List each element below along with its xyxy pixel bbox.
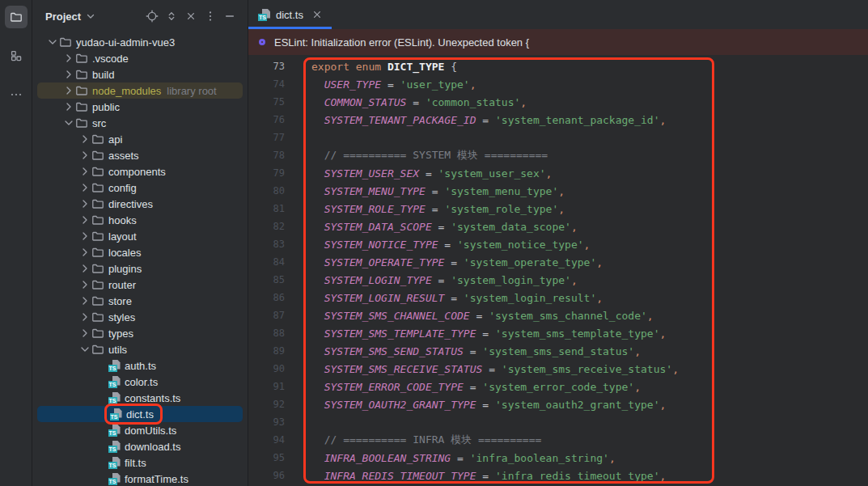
tree-item-label: utils <box>108 344 127 356</box>
tree-item-utils[interactable]: utils <box>37 341 243 357</box>
tree-item--vscode[interactable]: .vscode <box>37 50 243 66</box>
tree-item-store[interactable]: store <box>37 293 243 309</box>
line-number: 85 <box>248 274 285 285</box>
close-icon[interactable] <box>181 6 201 26</box>
tree-item-color-ts[interactable]: TScolor.ts <box>37 374 243 390</box>
code-line-78[interactable]: 78 // ========== SYSTEM 模块 ========== <box>248 146 868 164</box>
tree-item-locales[interactable]: locales <box>37 244 243 260</box>
code-line-text: SYSTEM_SMS_CHANNEL_CODE = 'system_sms_ch… <box>285 310 654 322</box>
code-line-text: export enum DICT_TYPE { <box>285 61 457 73</box>
code-line-77[interactable]: 77 <box>248 129 868 146</box>
tree-item-domutils-ts[interactable]: TSdomUtils.ts <box>37 422 243 438</box>
line-number: 94 <box>248 434 285 446</box>
code-line-92[interactable]: 92 SYSTEM_OAUTH2_GRANT_TYPE = 'system_oa… <box>248 395 868 413</box>
line-number: 79 <box>248 167 285 179</box>
line-number: 93 <box>248 416 285 428</box>
close-tab-icon[interactable] <box>311 8 324 21</box>
code-line-83[interactable]: 83 SYSTEM_NOTICE_TYPE = 'system_notice_t… <box>248 235 868 253</box>
chevron-right-icon[interactable] <box>78 327 91 340</box>
chevron-right-icon[interactable] <box>78 294 91 307</box>
tree-item-layout[interactable]: layout <box>37 228 243 244</box>
tree-item-assets[interactable]: assets <box>37 147 243 163</box>
code-line-88[interactable]: 88 SYSTEM_SMS_TEMPLATE_TYPE = 'system_sm… <box>248 324 868 342</box>
code-line-84[interactable]: 84 SYSTEM_OPERATE_TYPE = 'system_operate… <box>248 253 868 271</box>
code-editor[interactable]: 73export enum DICT_TYPE {74 USER_TYPE = … <box>248 55 868 486</box>
code-line-93[interactable]: 93 <box>248 413 868 431</box>
tree-item-styles[interactable]: styles <box>37 309 243 325</box>
tree-item-filt-ts[interactable]: TSfilt.ts <box>37 454 243 471</box>
tree-item-components[interactable]: components <box>37 163 243 180</box>
expand-collapse-icon[interactable] <box>162 6 181 26</box>
chevron-right-icon[interactable] <box>78 197 91 210</box>
code-line-90[interactable]: 90 SYSTEM_SMS_RECEIVE_STATUS = 'system_s… <box>248 360 868 378</box>
tree-item-label: formatTime.ts <box>125 473 188 485</box>
tree-item-label: node_modules <box>92 85 161 97</box>
code-line-95[interactable]: 95 INFRA_BOOLEAN_STRING = 'infra_boolean… <box>248 449 868 467</box>
tree-item-api[interactable]: api <box>37 131 243 147</box>
chevron-down-icon[interactable] <box>61 116 75 129</box>
tree-item-directives[interactable]: directives <box>37 196 243 212</box>
tree-item-auth-ts[interactable]: TSauth.ts <box>37 357 243 374</box>
select-opened-file-icon[interactable] <box>142 6 162 26</box>
code-line-87[interactable]: 87 SYSTEM_SMS_CHANNEL_CODE = 'system_sms… <box>248 306 868 324</box>
code-line-89[interactable]: 89 SYSTEM_SMS_SEND_STATUS = 'system_sms_… <box>248 342 868 360</box>
tab-dict-ts[interactable]: TS dict.ts <box>248 0 332 29</box>
code-line-75[interactable]: 75 COMMON_STATUS = 'common_status', <box>248 93 868 111</box>
tree-item-config[interactable]: config <box>37 180 243 196</box>
tool-window-button-project[interactable] <box>5 6 28 28</box>
code-line-79[interactable]: 79 SYSTEM_USER_SEX = 'system_user_sex', <box>248 164 868 182</box>
code-line-91[interactable]: 91 SYSTEM_ERROR_CODE_TYPE = 'system_erro… <box>248 378 868 395</box>
tree-item-download-ts[interactable]: TSdownload.ts <box>37 438 243 454</box>
code-line-81[interactable]: 81 SYSTEM_ROLE_TYPE = 'system_role_type'… <box>248 200 868 218</box>
project-dropdown[interactable]: Project <box>45 10 97 23</box>
chevron-right-icon[interactable] <box>78 133 91 146</box>
chevron-right-icon[interactable] <box>61 84 75 97</box>
code-line-96[interactable]: 96 INFRA_REDIS_TIMEOUT_TYPE = 'infra_red… <box>248 467 868 484</box>
chevron-down-icon[interactable] <box>45 36 59 49</box>
code-line-73[interactable]: 73export enum DICT_TYPE { <box>248 57 868 75</box>
chevron-right-icon[interactable] <box>61 68 75 81</box>
code-line-85[interactable]: 85 SYSTEM_LOGIN_TYPE = 'system_login_typ… <box>248 271 868 289</box>
chevron-right-icon[interactable] <box>78 213 91 226</box>
code-line-text: SYSTEM_OAUTH2_GRANT_TYPE = 'system_oauth… <box>285 399 666 411</box>
folder-icon <box>91 230 104 243</box>
tool-window-button-structure[interactable] <box>5 44 28 67</box>
chevron-right-icon[interactable] <box>78 311 91 323</box>
folder-icon <box>91 197 104 210</box>
tool-window-button-more-tool-windows[interactable] <box>5 83 28 106</box>
tree-item-router[interactable]: router <box>37 277 243 293</box>
tree-item-dict-ts[interactable]: TSdict.ts <box>37 406 243 422</box>
tree-item-build[interactable]: build <box>37 66 243 82</box>
code-line-76[interactable]: 76 SYSTEM_TENANT_PACKAGE_ID = 'system_te… <box>248 111 868 129</box>
eslint-icon <box>259 39 265 45</box>
tree-item-public[interactable]: public <box>37 99 243 115</box>
tree-item-formattime-ts[interactable]: TSformatTime.ts <box>37 471 243 486</box>
code-line-94[interactable]: 94 // ========== INFRA 模块 ========== <box>248 431 868 449</box>
code-line-80[interactable]: 80 SYSTEM_MENU_TYPE = 'system_menu_type'… <box>248 182 868 200</box>
tree-item-src[interactable]: src <box>37 115 243 131</box>
tree-item-hooks[interactable]: hooks <box>37 212 243 228</box>
chevron-right-icon[interactable] <box>78 278 91 291</box>
chevron-down-icon[interactable] <box>78 343 91 356</box>
tree-item-types[interactable]: types <box>37 325 243 341</box>
code-line-82[interactable]: 82 SYSTEM_DATA_SCOPE = 'system_data_scop… <box>248 218 868 235</box>
chevron-right-icon[interactable] <box>78 149 91 162</box>
tree-item-yudao-ui-admin-vue3[interactable]: yudao-ui-admin-vue3 <box>37 34 243 50</box>
tree-item-label: src <box>92 117 106 129</box>
chevron-right-icon[interactable] <box>78 181 91 194</box>
more-options-icon[interactable] <box>201 6 220 26</box>
tree-item-label: .vscode <box>92 53 129 65</box>
chevron-right-icon[interactable] <box>78 230 91 243</box>
tree-item-plugins[interactable]: plugins <box>37 260 243 277</box>
chevron-right-icon[interactable] <box>61 100 75 113</box>
code-line-86[interactable]: 86 SYSTEM_LOGIN_RESULT = 'system_login_r… <box>248 289 868 306</box>
tree-item-label: dict.ts <box>126 408 154 420</box>
code-line-74[interactable]: 74 USER_TYPE = 'user_type', <box>248 75 868 93</box>
chevron-right-icon[interactable] <box>61 52 75 65</box>
chevron-right-icon[interactable] <box>78 262 91 275</box>
tree-indent-spacer <box>94 375 108 388</box>
chevron-right-icon[interactable] <box>78 165 91 178</box>
hide-panel-icon[interactable] <box>220 6 239 26</box>
chevron-right-icon[interactable] <box>78 246 91 259</box>
tree-item-node-modules[interactable]: node_moduleslibrary root <box>37 82 243 99</box>
